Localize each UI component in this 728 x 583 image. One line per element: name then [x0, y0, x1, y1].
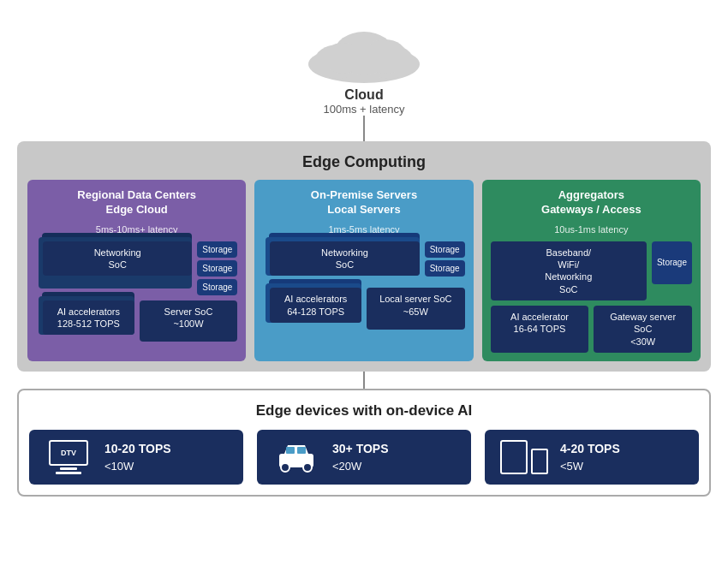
regional-top-row: NetworkingSoC Storage Storage Storage [36, 241, 237, 295]
cloud-latency: 100ms + latency [323, 103, 404, 116]
onpremise-ai-accelerators: AI accelerators64-128 TOPS [270, 288, 361, 323]
car-icon [271, 442, 322, 473]
cloud-section: Cloud 100ms + latency [295, 17, 433, 116]
cloud-title: Cloud [344, 87, 383, 103]
onpremise-local-server-soc: Local server SoC~65W [367, 288, 465, 330]
edge-devices-section: Edge devices with on-device AI DTV 10-20… [17, 389, 711, 497]
regional-storage-stack: Storage Storage Storage [197, 241, 237, 295]
car-device-card: 30+ TOPS <20W [257, 430, 471, 485]
tablet-phone-group [500, 440, 548, 474]
regional-storage-1: Storage [197, 241, 237, 258]
cloud-icon [295, 17, 433, 86]
svg-point-5 [364, 39, 407, 74]
car-info: 30+ TOPS <20W [332, 440, 389, 475]
onpremise-servers-col: On-Premise ServersLocal Servers 1ms-5ms … [254, 180, 473, 361]
aggregators-title: AggregatorsGateways / Access [491, 188, 692, 217]
tablet-phone-icon [498, 440, 550, 474]
regional-storage-3: Storage [197, 279, 237, 295]
aggregators-latency: 10us-1ms latency [491, 224, 692, 235]
aggregators-bottom-row: AI accelerator16-64 TOPS Gateway server … [491, 306, 692, 353]
regional-data-centers-col: Regional Data CentersEdge Cloud 5ms-10ms… [27, 180, 246, 361]
aggregators-top-row: Baseband/WiFi/NetworkingSoC Storage [491, 241, 692, 300]
tablet-phone-device-card: 4-20 TOPS <5W [485, 430, 699, 485]
svg-rect-11 [297, 447, 306, 454]
onpremise-bottom-row: AI accelerators64-128 TOPS Local server … [263, 288, 464, 330]
aggregators-baseband: Baseband/WiFi/NetworkingSoC [491, 241, 647, 300]
tablet-power: <5W [560, 458, 620, 475]
onpremise-networking-soc: NetworkingSoC [270, 241, 419, 277]
onpremise-storage-1: Storage [425, 241, 465, 258]
dtv-power: <10W [104, 458, 171, 475]
car-power: <20W [332, 458, 389, 475]
dtv-tops: 10-20 TOPS [104, 440, 171, 458]
svg-point-4 [324, 43, 361, 74]
edge-computing-title: Edge Computing [27, 153, 701, 171]
tablet-rect [500, 440, 528, 474]
aggregators-storage: Storage [652, 241, 692, 284]
regional-server-soc: Server SoC~100W [140, 300, 238, 342]
cloud-connector [363, 116, 365, 141]
dtv-info: 10-20 TOPS <10W [104, 440, 171, 475]
aggregators-ai-accelerator: AI accelerator16-64 TOPS [491, 306, 589, 353]
aggregators-storage-stack: Storage [652, 241, 692, 300]
onpremise-storage-stack: Storage Storage [425, 241, 465, 283]
regional-bottom-row: AI accelerators128-512 TOPS Server SoC~1… [36, 300, 237, 342]
onpremise-storage-2: Storage [425, 260, 465, 277]
edge-computing-columns: Regional Data CentersEdge Cloud 5ms-10ms… [27, 180, 701, 361]
tablet-phone-info: 4-20 TOPS <5W [560, 440, 620, 475]
tablet-tops: 4-20 TOPS [560, 440, 620, 458]
car-tops: 30+ TOPS [332, 440, 389, 458]
dtv-icon: DTV [43, 440, 94, 474]
dtv-device-card: DTV 10-20 TOPS <10W [29, 430, 243, 485]
regional-storage-2: Storage [197, 260, 237, 277]
regional-ai-accelerators: AI accelerators128-512 TOPS [43, 300, 134, 336]
regional-networking-soc: NetworkingSoC [43, 241, 192, 277]
svg-rect-10 [286, 447, 295, 454]
phone-rect [531, 449, 548, 474]
aggregators-gateway-server-soc: Gateway server SoC<30W [594, 306, 692, 353]
edge-devices-title: Edge devices with on-device AI [29, 402, 699, 419]
dtv-label: DTV [61, 449, 76, 457]
device-cards-container: DTV 10-20 TOPS <10W [29, 430, 699, 485]
onpremise-top-row: NetworkingSoC Storage Storage [263, 241, 464, 283]
edge-connector [363, 372, 365, 389]
svg-point-9 [303, 463, 312, 472]
onpremise-title: On-Premise ServersLocal Servers [263, 188, 464, 217]
aggregators-col: AggregatorsGateways / Access 10us-1ms la… [482, 180, 701, 361]
svg-point-8 [281, 463, 289, 472]
regional-title: Regional Data CentersEdge Cloud [36, 188, 237, 217]
edge-computing-box: Edge Computing Regional Data CentersEdge… [17, 141, 711, 372]
